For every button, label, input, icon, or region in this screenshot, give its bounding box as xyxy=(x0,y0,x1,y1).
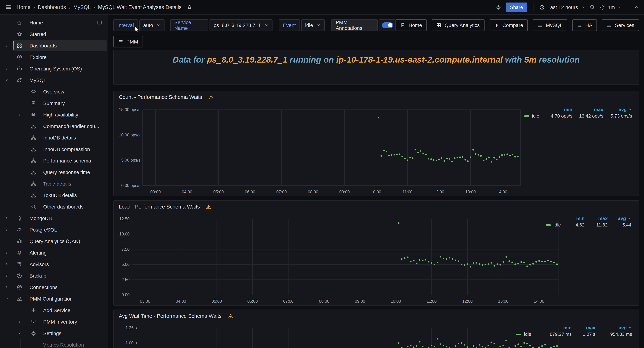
favorite-star-icon[interactable] xyxy=(187,4,192,10)
hamburger-menu-icon[interactable] xyxy=(5,4,12,10)
interval-select[interactable]: auto xyxy=(139,19,165,31)
sidebar-item-pmm-inventory[interactable]: PMM Inventory xyxy=(0,316,108,328)
legend-series-idle[interactable]: idle xyxy=(524,113,540,119)
sidebar-item-home[interactable]: Home xyxy=(0,17,108,28)
legend-series-idle[interactable]: idle xyxy=(516,332,532,337)
link-button-mysql[interactable]: MySQL xyxy=(533,19,567,31)
chevron-down-icon[interactable] xyxy=(5,78,9,82)
data-point xyxy=(419,341,420,343)
gauge-icon xyxy=(16,66,22,72)
sidebar-item-add-service[interactable]: Add Service xyxy=(0,305,108,316)
legend-series-idle[interactable]: idle xyxy=(546,222,561,228)
time-range-picker[interactable]: Last 12 hours xyxy=(539,4,585,10)
sidebar-item-settings[interactable]: Settings xyxy=(0,328,108,339)
sidebar-item-mongodb[interactable]: MongoDB xyxy=(0,212,108,224)
refresh-picker[interactable]: 1m xyxy=(600,4,622,10)
sidebar-item-innodb-compression[interactable]: InnoDB compression xyxy=(0,144,108,155)
chevron-right-icon[interactable] xyxy=(5,228,9,232)
data-point xyxy=(396,154,398,155)
x-axis-label: 13:00 xyxy=(465,190,476,194)
dock-sidebar-icon[interactable] xyxy=(97,20,102,25)
breadcrumb-item-mysql[interactable]: MySQL xyxy=(73,4,91,10)
event-label[interactable]: Event xyxy=(279,19,300,31)
data-point xyxy=(470,266,471,268)
legend-header-min[interactable]: min xyxy=(531,325,572,330)
chevron-right-icon[interactable] xyxy=(5,216,9,220)
legend-header-avg[interactable]: avg xyxy=(596,325,632,330)
sidebar-item-query-analytics-qan[interactable]: Query Analytics (QAN) xyxy=(0,235,108,247)
sidebar-item-advisors[interactable]: Advisors xyxy=(0,258,108,270)
legend-header-min[interactable]: min xyxy=(539,107,572,112)
chevron-right-icon[interactable] xyxy=(5,285,9,289)
data-point xyxy=(476,347,477,348)
sidebar-item-mysql[interactable]: MySQL xyxy=(0,74,108,86)
legend-header-avg[interactable]: avg xyxy=(603,107,632,112)
sidebar-item-tokudb-details[interactable]: TokuDB details xyxy=(0,189,108,201)
legend-header-max[interactable]: max xyxy=(584,216,608,221)
chevron-down-icon[interactable] xyxy=(18,331,22,335)
data-point xyxy=(378,117,380,119)
data-point xyxy=(446,158,448,160)
sidebar-item-connections[interactable]: Connections xyxy=(0,282,108,293)
share-button[interactable]: Share xyxy=(506,2,527,12)
sidebar-item-innodb-details[interactable]: InnoDB details xyxy=(0,132,108,144)
data-point xyxy=(388,155,390,156)
legend-header-max[interactable]: max xyxy=(572,107,603,112)
legend-header-min[interactable]: min xyxy=(561,216,584,221)
chevron-right-icon[interactable] xyxy=(5,67,9,71)
zoom-out-icon[interactable] xyxy=(590,4,595,10)
sidebar-item-alerting[interactable]: Alerting xyxy=(0,247,108,258)
sidebar-item-operating-system-os[interactable]: Operating System (OS) xyxy=(0,63,108,74)
interval-label[interactable]: Interval xyxy=(114,19,138,31)
data-point xyxy=(386,151,387,153)
sidebar-item-summary[interactable]: Summary xyxy=(0,97,108,109)
sidebar-item-query-response-time[interactable]: Query response time xyxy=(0,167,108,178)
sidebar-item-overview[interactable]: Overview xyxy=(0,86,108,97)
sidebar-item-other-dashboards[interactable]: Other dashboards xyxy=(0,201,108,212)
breadcrumb-item-home[interactable]: Home xyxy=(16,4,30,10)
chevron-right-icon[interactable] xyxy=(5,251,9,255)
eye-icon xyxy=(30,89,36,95)
data-point xyxy=(506,340,507,341)
legend-header-max[interactable]: max xyxy=(572,325,596,330)
chevron-right-icon[interactable] xyxy=(5,274,9,278)
pmm-annotations-toggle[interactable] xyxy=(379,19,396,31)
chevron-right-icon[interactable] xyxy=(5,44,9,48)
service-name-select[interactable]: ps_8.0_3.19.228.7_1 xyxy=(210,19,272,31)
caret-up-icon[interactable] xyxy=(634,5,639,10)
link-button-home[interactable]: Home xyxy=(396,19,427,31)
service-name-label[interactable]: Service Name xyxy=(170,19,208,31)
link-button-pmm[interactable]: PMM xyxy=(114,36,143,47)
link-button-services[interactable]: Services xyxy=(602,19,639,31)
chevron-right-icon[interactable] xyxy=(18,113,22,117)
sidebar-item-pmm-configuration[interactable]: PMM Configuration xyxy=(0,293,108,305)
chevron-down-icon[interactable] xyxy=(5,297,9,301)
breadcrumb-item-dashboards[interactable]: Dashboards xyxy=(38,4,66,10)
sidebar-item-backup[interactable]: Backup xyxy=(0,270,108,282)
bell-icon xyxy=(16,250,22,256)
data-point xyxy=(482,264,483,266)
sidebar-item-starred[interactable]: Starred xyxy=(0,28,108,40)
x-axis-label: 08:00 xyxy=(308,190,318,194)
sidebar-item-metrics-resolution[interactable]: Metrics Resolution xyxy=(0,339,108,348)
chevron-right-icon[interactable] xyxy=(5,262,9,266)
link-button-query-analytics[interactable]: Query Analytics xyxy=(432,19,484,31)
clock-icon xyxy=(539,4,544,10)
chevron-right-icon[interactable] xyxy=(18,320,22,324)
sidebar-item-high-availability[interactable]: High availability xyxy=(0,109,108,120)
chevron-down-icon xyxy=(618,5,622,9)
data-point xyxy=(425,259,426,260)
sidebar-item-explore[interactable]: Explore xyxy=(0,51,108,63)
data-point xyxy=(462,156,464,158)
sidebar-item-performance-schema[interactable]: Performance schema xyxy=(0,155,108,167)
link-button-compare[interactable]: Compare xyxy=(490,19,528,31)
sidebar-item-command-handler-cou[interactable]: Command/Handler cou... xyxy=(0,120,108,132)
event-select[interactable]: idle xyxy=(301,19,325,31)
sidebar-item-label: MongoDB xyxy=(30,215,52,221)
sidebar-item-dashboards[interactable]: Dashboards xyxy=(0,40,108,51)
sidebar-item-postgresql[interactable]: PostgreSQL xyxy=(0,224,108,235)
sidebar-item-table-details[interactable]: Table details xyxy=(0,178,108,189)
dashboard-settings-gear-icon[interactable] xyxy=(496,4,501,10)
legend-header-avg[interactable]: avg xyxy=(608,216,632,221)
link-button-ha[interactable]: HA xyxy=(572,19,597,31)
